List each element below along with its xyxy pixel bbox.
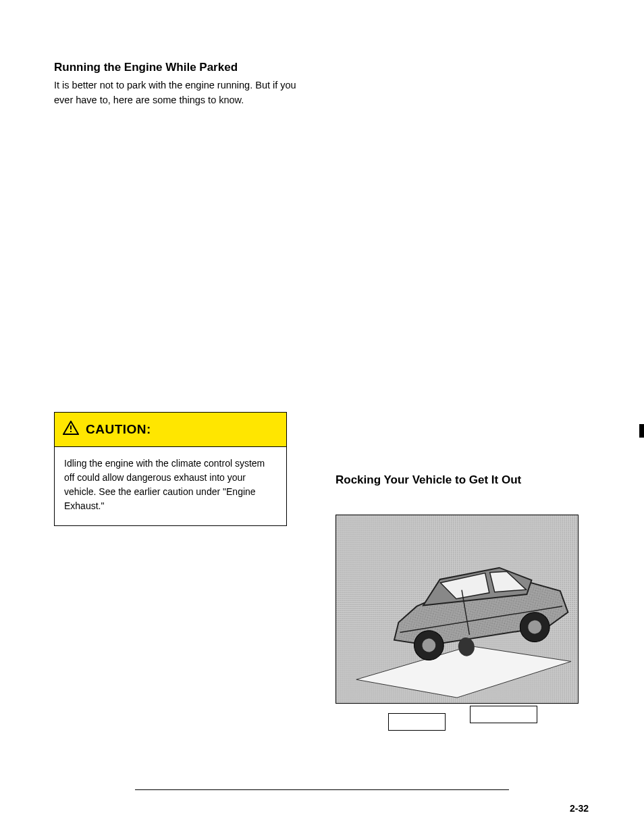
page-content: Running the Engine While Parked It is be… xyxy=(0,0,644,731)
left-column: Running the Engine While Parked It is be… xyxy=(54,61,308,731)
page-number: 2-32 xyxy=(570,803,589,814)
right-column: Rocking Your Vehicle to Get It Out xyxy=(336,61,590,731)
page-edge-tab xyxy=(639,424,644,438)
rocking-heading-block: Rocking Your Vehicle to Get It Out xyxy=(336,473,590,488)
caution-body-text: Idling the engine with the climate contr… xyxy=(55,447,286,525)
caption-box-row xyxy=(336,713,590,731)
car-on-incline-illustration xyxy=(336,515,579,704)
caption-box-2 xyxy=(470,706,537,723)
caution-header: CAUTION: xyxy=(55,413,286,447)
rocking-vehicle-heading: Rocking Your Vehicle to Get It Out xyxy=(336,473,590,488)
svg-rect-1 xyxy=(70,431,72,432)
running-engine-heading: Running the Engine While Parked xyxy=(54,61,308,74)
two-column-layout: Running the Engine While Parked It is be… xyxy=(54,61,590,731)
caution-box: CAUTION: Idling the engine with the clim… xyxy=(54,412,287,526)
caption-box-1 xyxy=(388,713,446,731)
intro-paragraph: It is better not to park with the engine… xyxy=(54,78,308,108)
footer-divider xyxy=(135,789,509,790)
svg-rect-0 xyxy=(70,425,72,429)
caution-title: CAUTION: xyxy=(86,422,151,437)
warning-triangle-icon xyxy=(63,421,79,438)
